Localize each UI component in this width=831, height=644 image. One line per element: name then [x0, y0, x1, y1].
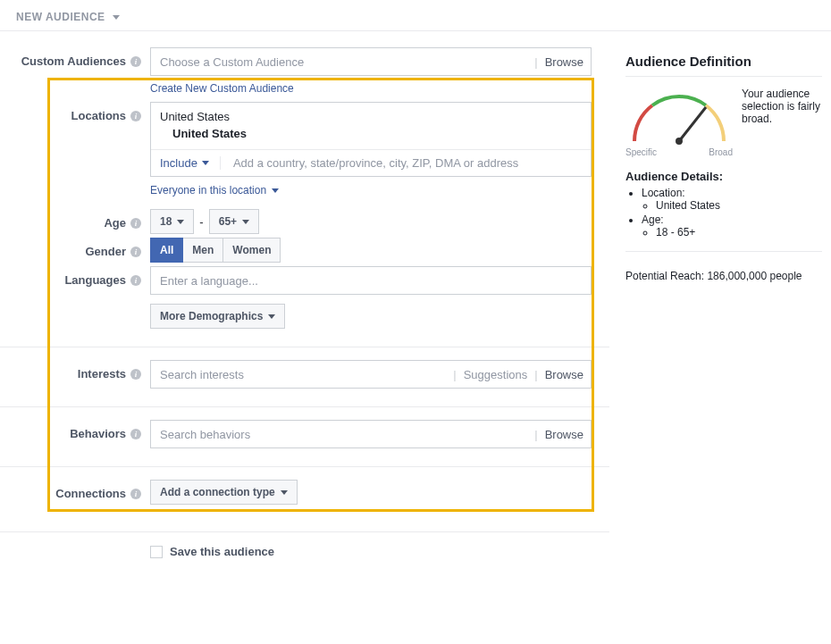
gauge-specific-label: Specific	[625, 147, 657, 157]
audience-details-header: Audience Details:	[625, 170, 822, 183]
interests-browse[interactable]: Browse	[545, 368, 583, 381]
languages-label: Languages	[64, 273, 126, 287]
detail-age-value: 18 - 65+	[656, 226, 822, 238]
location-scope-dropdown[interactable]: Everyone in this location	[150, 184, 592, 197]
gender-all-button[interactable]: All	[150, 238, 183, 263]
custom-audience-browse[interactable]: Browse	[545, 55, 583, 69]
gauge-icon	[625, 88, 733, 150]
save-audience-row[interactable]: Save this audience	[150, 545, 609, 558]
save-audience-checkbox[interactable]	[150, 546, 163, 558]
interests-input-wrap: | Suggestions | Browse	[150, 360, 592, 389]
audience-definition-panel: Audience Definition Specific Broad Your …	[625, 31, 831, 282]
behaviors-label: Behaviors	[70, 427, 126, 440]
save-audience-label: Save this audience	[170, 545, 274, 558]
header-title: NEW AUDIENCE	[16, 11, 105, 23]
svg-point-1	[676, 138, 683, 145]
chevron-down-icon	[202, 161, 209, 165]
info-icon[interactable]: i	[130, 218, 141, 229]
gender-button-group: All Men Women	[150, 238, 281, 263]
include-dropdown[interactable]: Include	[160, 156, 221, 170]
locations-label: Locations	[71, 109, 126, 122]
location-country: United States	[160, 110, 582, 123]
chevron-down-icon	[177, 220, 184, 224]
custom-audiences-label: Custom Audiences	[21, 54, 126, 68]
svg-line-0	[679, 107, 706, 141]
languages-input-wrap	[150, 266, 592, 295]
create-custom-audience-link[interactable]: Create New Custom Audience	[150, 82, 294, 95]
location-subcountry: United States	[160, 127, 582, 140]
info-icon[interactable]: i	[130, 56, 141, 67]
age-max-dropdown[interactable]: 65+	[209, 209, 259, 234]
behaviors-browse[interactable]: Browse	[545, 428, 583, 441]
gender-label: Gender	[85, 245, 126, 258]
chevron-down-icon	[242, 220, 249, 224]
connections-label: Connections	[55, 487, 126, 500]
languages-input[interactable]	[158, 273, 583, 289]
chevron-down-icon	[272, 188, 279, 193]
info-icon[interactable]: i	[130, 111, 141, 121]
more-demographics-button[interactable]: More Demographics	[150, 304, 285, 329]
detail-age-label: Age:	[642, 213, 664, 226]
gender-women-button[interactable]: Women	[223, 238, 281, 263]
info-icon[interactable]: i	[130, 247, 141, 257]
chevron-down-icon	[113, 15, 120, 20]
audience-details-list: Location: United States Age: 18 - 65+	[625, 187, 822, 238]
custom-audience-input-wrap: | Browse	[150, 47, 592, 76]
interests-suggestions[interactable]: Suggestions	[464, 368, 528, 381]
detail-location-label: Location:	[642, 187, 685, 199]
interests-label: Interests	[78, 367, 126, 381]
age-min-dropdown[interactable]: 18	[150, 209, 194, 234]
add-connection-type-button[interactable]: Add a connection type	[150, 480, 298, 505]
info-icon[interactable]: i	[130, 429, 141, 439]
audience-description: Your audience selection is fairly broad.	[742, 88, 822, 125]
age-label: Age	[104, 216, 126, 230]
behaviors-input-wrap: | Browse	[150, 420, 592, 448]
info-icon[interactable]: i	[130, 489, 141, 499]
custom-audience-input[interactable]	[158, 54, 527, 70]
gender-men-button[interactable]: Men	[183, 238, 223, 263]
detail-location-value: United States	[656, 199, 822, 212]
audience-definition-title: Audience Definition	[625, 54, 822, 69]
potential-reach: Potential Reach: 186,000,000 people	[625, 270, 822, 282]
chevron-down-icon	[281, 490, 288, 495]
info-icon[interactable]: i	[130, 369, 141, 380]
audience-header[interactable]: NEW AUDIENCE	[0, 0, 831, 31]
behaviors-input[interactable]	[158, 427, 527, 442]
interests-input[interactable]	[158, 367, 446, 382]
chevron-down-icon	[268, 314, 275, 319]
gauge-broad-label: Broad	[709, 147, 733, 157]
info-icon[interactable]: i	[130, 275, 141, 286]
locations-box: United States United States Include	[150, 102, 592, 177]
location-add-input[interactable]	[231, 155, 582, 171]
